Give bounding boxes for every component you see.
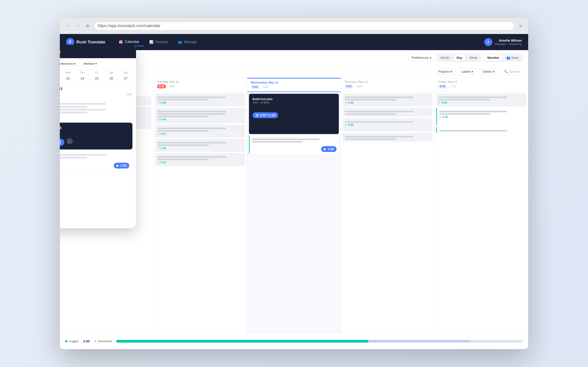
time-add-btn[interactable]: ▶ 1:00 bbox=[321, 146, 337, 152]
projects-filter-btn[interactable]: Projects ▾ bbox=[435, 68, 455, 75]
progress-logged bbox=[116, 340, 368, 343]
time-log: ✓ 1:43 bbox=[60, 115, 129, 118]
task-block[interactable]: ✓ 0:29 bbox=[155, 93, 245, 106]
task-line bbox=[157, 99, 209, 100]
labels-filter-btn[interactable]: Labels ▾ bbox=[458, 68, 476, 75]
time-logged: ✓ 0:43 bbox=[157, 118, 166, 121]
task-block[interactable] bbox=[436, 127, 526, 133]
browser-forward-btn[interactable]: → bbox=[74, 22, 81, 30]
view-week-btn[interactable]: Week bbox=[466, 55, 481, 61]
mobile-time-counter[interactable]: ⏸ 00:14 / 1:00 bbox=[60, 139, 64, 146]
time-badge-tue: 8:16 bbox=[157, 84, 166, 88]
day-name: Wed bbox=[65, 71, 70, 74]
search-bar[interactable]: 🔍 Search bbox=[501, 68, 523, 75]
user-name: Amelia Wilson bbox=[495, 39, 522, 42]
mobile-member-btn[interactable]: Member ▾ bbox=[81, 61, 99, 67]
time-badge-wed: 0:00 bbox=[251, 85, 260, 89]
user-info: Amelia Wilson Manager • Marketing bbox=[495, 39, 522, 46]
mobile-task-1[interactable]: ✓ 1:43 bbox=[60, 100, 132, 121]
task-block[interactable]: ✓ 4:43 bbox=[155, 153, 245, 166]
preferences-btn[interactable]: Preferences ▾ bbox=[408, 54, 435, 61]
task-block[interactable]: ✓ 3:30 bbox=[343, 118, 432, 131]
task-block[interactable]: ✓ 0:45 bbox=[436, 93, 526, 106]
task-line bbox=[439, 99, 490, 100]
task-line bbox=[252, 139, 320, 140]
nav-item-manage[interactable]: 👥 Manage bbox=[173, 38, 201, 46]
dots-icon: ⋮⋮⋮ bbox=[234, 126, 243, 130]
mobile-day-fri[interactable]: Fri 15 bbox=[90, 71, 104, 82]
browser-url-bar[interactable]: https://app.hourstack.com/calendar bbox=[94, 22, 515, 30]
mobile-day-thu[interactable]: Thu 14 bbox=[76, 71, 89, 82]
search-icon: 🔍 bbox=[504, 70, 508, 73]
mobile-task-2[interactable]: Project planning 10:00 - 11:00am ⏸ 00:14… bbox=[60, 123, 132, 150]
scheduled-label: Scheduled bbox=[98, 340, 111, 343]
calendar-icon: 📅 bbox=[119, 40, 123, 44]
task-block[interactable]: ✓ 0:45 bbox=[343, 93, 432, 106]
mobile-app-name: HourStack bbox=[60, 49, 61, 54]
team-label: Team bbox=[511, 56, 519, 59]
day-time-wed: 0:00 / 6:30 bbox=[251, 85, 337, 89]
time-counter-value: 0:57 / 1:30 bbox=[260, 113, 275, 117]
mobile-toolbar: 📅 Today Preferences ▾ Member ▾ bbox=[60, 58, 136, 69]
mobile-header: ☰ HourStack bbox=[60, 45, 136, 58]
team-btn[interactable]: 👥 Team bbox=[503, 55, 522, 61]
browser-close-btn[interactable]: ✕ bbox=[517, 23, 524, 29]
mobile-day-sat[interactable]: Sat 16 bbox=[104, 71, 118, 82]
day-label-thu: Thursday, May 14 bbox=[345, 80, 431, 83]
check-btn[interactable]: ✓ bbox=[67, 138, 73, 144]
toolbar2-right: Projects ▾ Labels ▾ Clients ▾ 🔍 Search bbox=[435, 68, 523, 75]
time-badge-thu: 0:00 bbox=[345, 84, 353, 88]
mobile-day-wed[interactable]: Wed 13 bbox=[61, 71, 75, 82]
mobile-time-bar: 1:43 / 7:00 8:00 bbox=[60, 92, 136, 99]
time-val: 1:00 bbox=[120, 164, 127, 167]
mobile-day-sun[interactable]: Sun 17 bbox=[119, 71, 132, 82]
task-block[interactable]: ⋮⋮⋮ ✓ 3:17 bbox=[155, 125, 245, 137]
day-num: 15 bbox=[93, 75, 100, 82]
browser-refresh-btn[interactable]: ⟳ bbox=[84, 22, 91, 30]
browser-back-btn[interactable]: ← bbox=[64, 22, 71, 30]
task-line bbox=[345, 111, 413, 112]
reports-icon: 📊 bbox=[149, 40, 154, 44]
task-block[interactable]: ⋮⋮⋮ bbox=[343, 108, 432, 117]
mobile-task3-counter[interactable]: ▶ 1:00 bbox=[114, 163, 129, 168]
nav-reports-label: Reports bbox=[155, 40, 168, 44]
task-block[interactable]: ✓ 2:00 bbox=[436, 108, 526, 125]
mobile-task-area: ✓ 1:43 Project planning 10:00 - 11:00am … bbox=[60, 99, 136, 228]
cal-col-thu: 31 ✓ 0:45 ⋮⋮⋮ bbox=[341, 92, 434, 333]
day-header-wed: Wednesday, May 13 0:00 / 6:30 bbox=[247, 78, 341, 91]
view-month-btn[interactable]: Month bbox=[437, 55, 452, 61]
clients-filter-btn[interactable]: Clients ▾ bbox=[479, 68, 498, 75]
member-btn[interactable]: Member bbox=[484, 55, 502, 61]
nav-items: 📅 Calendar 📊 Reports 👥 Manage bbox=[114, 38, 484, 46]
logged-amount: 2:00 bbox=[83, 339, 90, 343]
task-line bbox=[345, 96, 413, 98]
task-block[interactable]: ✓ 1:20 bbox=[155, 139, 245, 152]
task-line bbox=[60, 106, 87, 108]
task-block-build-test[interactable]: Build test plan 9:00 – 10:30am ⏸ 0:57 / … bbox=[249, 94, 339, 134]
nav-item-reports[interactable]: 📊 Reports bbox=[145, 38, 172, 46]
task-block[interactable]: ✓ 0:43 bbox=[155, 108, 245, 123]
task-block[interactable] bbox=[343, 133, 432, 142]
view-day-btn[interactable]: Day bbox=[453, 55, 466, 61]
day-header-fri: Friday, May 15 0:00 / 7:15 bbox=[434, 78, 528, 91]
brand-name: Rush Translate bbox=[76, 40, 105, 44]
time-logged: ✓ 0:29 bbox=[157, 101, 166, 104]
mobile-task-3[interactable]: ▶ 1:00 bbox=[60, 151, 132, 171]
time-goal-fri: 7:15 bbox=[450, 85, 456, 88]
time-val: 1:00 bbox=[328, 147, 334, 151]
mobile-week-row: Mon 11 Tue 12 Wed 13 Thu 14 Fri 15 Sat 1… bbox=[60, 69, 136, 84]
task-line bbox=[439, 111, 507, 112]
mobile-day-tue[interactable]: Tue 12 bbox=[60, 71, 60, 82]
mobile-pref-btn[interactable]: Preferences ▾ bbox=[60, 61, 78, 67]
play-icon: ▶ bbox=[324, 147, 326, 151]
day-label-tue: Tuesday, May 12 bbox=[157, 80, 243, 83]
dots-icon: ⋮⋮⋮ bbox=[419, 109, 431, 114]
time-counter[interactable]: ⏸ 0:57 / 1:30 bbox=[252, 112, 278, 118]
task-line bbox=[252, 141, 303, 142]
pause-btn[interactable]: ⏸ bbox=[255, 113, 259, 117]
task-line bbox=[157, 111, 226, 112]
task-block-wed2[interactable]: ▶ 1:00 bbox=[249, 135, 339, 154]
time-logged: ✓ 3:30 bbox=[345, 123, 353, 126]
task-line bbox=[157, 128, 226, 129]
task-line bbox=[157, 156, 226, 158]
